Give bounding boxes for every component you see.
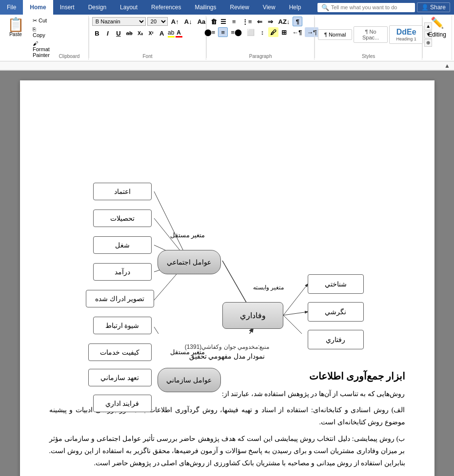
multilevel-list-button[interactable]: ⋮≡ [240, 17, 254, 26]
tab-help[interactable]: Help [282, 0, 308, 15]
scissors-icon: ✂ [33, 18, 37, 23]
paragraph-group-label: Paragraph [249, 53, 272, 59]
box-sazamani: عوامل سازماني [158, 368, 221, 392]
bullets-button[interactable]: ☰ [218, 17, 228, 26]
font-group-label: Font [142, 53, 152, 59]
styles-group-label: Styles [362, 53, 375, 59]
box-etmad: اعتماد [93, 183, 152, 200]
clipboard-group: 📋 Paste ✂ Cut ⎘ Copy 🖌 Format Painter [2, 16, 89, 60]
box-vafadari: وفاداري [222, 302, 283, 329]
body-para-2: ب) روش پیمایشی: دلیل انتخاب روش پیمایشی … [49, 433, 405, 470]
tab-file[interactable]: File [0, 0, 23, 15]
svg-line-5 [154, 327, 188, 334]
change-case-button[interactable]: Aa [196, 17, 208, 26]
document-area: اعتماد تحصيلات شغل درآمد تصوير ادراك شده… [0, 71, 454, 476]
box-shiveh: شيوة ارتباط [93, 317, 152, 334]
svg-line-13 [283, 315, 308, 334]
tab-references[interactable]: References [144, 0, 188, 15]
paste-button[interactable]: 📋 Paste [4, 17, 27, 38]
tab-layout[interactable]: Layout [113, 0, 144, 15]
line-spacing-button[interactable]: ↕ [257, 27, 267, 37]
ribbon-body: 📋 Paste ✂ Cut ⎘ Copy 🖌 Format Painter [0, 15, 454, 61]
font-name-select[interactable]: B Nazanin [92, 17, 146, 26]
label-motaghair2: متغير وابسته [253, 284, 284, 291]
collapse-bar: ▲ [0, 61, 454, 70]
box-keyfit: كيفيت خدمات [88, 343, 152, 361]
style-heading1-preview: DdEe [394, 28, 419, 37]
editing-group: ✏️ Editing [423, 16, 452, 60]
shading-button[interactable]: 🖊 [268, 27, 278, 37]
superscript-button[interactable]: X² [146, 28, 156, 38]
ribbon-tab-bar: File Home Insert Design Layout Reference… [0, 0, 454, 15]
box-tahsilat: تحصيلات [93, 209, 152, 227]
editing-label[interactable]: Editing [428, 31, 446, 38]
font-size-select[interactable]: 20 [147, 17, 168, 26]
highlight-color-button[interactable]: ab [168, 29, 175, 38]
clipboard-label: Clipboard [52, 53, 86, 59]
style-nospace-preview: ¶ No Spac... [358, 29, 383, 40]
box-shanakhti: شناختي [308, 274, 364, 294]
show-hide-marks-button[interactable]: ¶ [293, 17, 302, 26]
tab-view[interactable]: View [256, 0, 282, 15]
tab-mailings[interactable]: Mailings [188, 0, 223, 15]
paste-icon: 📋 [7, 18, 24, 32]
increase-font-button[interactable]: A↑ [169, 17, 181, 26]
strikethrough-button[interactable]: ab [124, 28, 135, 38]
font-color-button[interactable]: A [176, 29, 182, 38]
increase-indent-button[interactable]: ⇒ [266, 17, 276, 26]
box-ejtemaei: عوامل اجتماعي [158, 250, 221, 274]
collapse-ribbon-button[interactable]: ▲ [444, 62, 450, 69]
box-taahod: تعهد سازماني [88, 369, 152, 386]
italic-button[interactable]: I [103, 28, 113, 38]
box-raftari: رفتاري [308, 330, 364, 349]
text-effects-button[interactable]: A [157, 28, 167, 38]
borders-button[interactable]: ⊞ [279, 27, 289, 37]
subscript-button[interactable]: X₂ [136, 28, 145, 38]
tab-insert[interactable]: Insert [53, 0, 81, 15]
align-center-button[interactable]: ≡ [218, 27, 228, 37]
svg-line-12 [283, 312, 308, 315]
ribbon: File Home Insert Design Layout Reference… [0, 0, 454, 71]
format-painter-button[interactable]: 🖌 Format Painter [30, 39, 52, 59]
paste-label: Paste [9, 32, 22, 37]
styles-group: ¶ Normal ¶ No Spac... DdEe Heading 1 ▲ ▼… [315, 16, 422, 60]
justify-button[interactable]: ⬜ [245, 27, 257, 37]
copy-button[interactable]: ⎘ Copy [30, 25, 52, 39]
box-daramad: درآمد [93, 263, 152, 281]
align-left-button[interactable]: ⬤≡ [202, 27, 217, 37]
decrease-indent-button[interactable]: ⇐ [255, 17, 265, 26]
editing-icon: ✏️ [431, 17, 444, 29]
tab-design[interactable]: Design [81, 0, 113, 15]
paragraph-group: ☰ ≡ ⋮≡ ⇐ ⇒ AZ↓ ¶ ⬤≡ ≡ ≡⬤ ⬜ ↕ 🖊 ⊞ ←¶ [207, 16, 315, 60]
style-normal[interactable]: ¶ Normal [318, 29, 352, 40]
tab-review[interactable]: Review [223, 0, 256, 15]
copy-icon: ⎘ [33, 26, 36, 32]
cut-button[interactable]: ✂ Cut [30, 17, 52, 25]
underline-button[interactable]: U [114, 28, 123, 38]
rtl-button[interactable]: ←¶ [290, 27, 304, 37]
sort-button[interactable]: AZ↓ [276, 17, 292, 26]
box-negareshi: نگرشي [308, 302, 364, 322]
style-no-spacing[interactable]: ¶ No Spac... [354, 26, 388, 43]
align-right-button[interactable]: ≡⬤ [229, 27, 244, 37]
style-normal-preview: ¶ Normal [322, 32, 348, 38]
diagram-container: اعتماد تحصيلات شغل درآمد تصوير ادراك شده… [49, 100, 405, 334]
tab-home[interactable]: Home [23, 0, 53, 15]
box-shogl: شغل [93, 236, 152, 254]
label-motaghair3: متغير مستقل [170, 348, 205, 356]
box-tasvir: تصوير ادراك شده [86, 290, 154, 307]
style-heading1[interactable]: DdEe Heading 1 [389, 25, 423, 44]
search-icon: 🔍 [321, 4, 329, 11]
decrease-font-button[interactable]: A↓ [182, 17, 194, 26]
tell-me-input[interactable] [331, 4, 409, 10]
svg-line-11 [283, 284, 308, 315]
bold-button[interactable]: B [92, 28, 102, 38]
numbering-button[interactable]: ≡ [229, 17, 239, 26]
paintbrush-icon: 🖌 [33, 40, 38, 46]
label-motaghair1: متغير مستقل [170, 231, 205, 239]
style-heading1-label: Heading 1 [394, 37, 419, 41]
font-group: B Nazanin 20 A↑ A↓ Aa 🗑 B I U ab X₂ [89, 16, 206, 60]
share-button[interactable]: 👤 Share [417, 2, 450, 12]
box-farayand: فرايند اداري [93, 395, 152, 412]
tell-me-search-box[interactable]: 🔍 [317, 3, 415, 12]
